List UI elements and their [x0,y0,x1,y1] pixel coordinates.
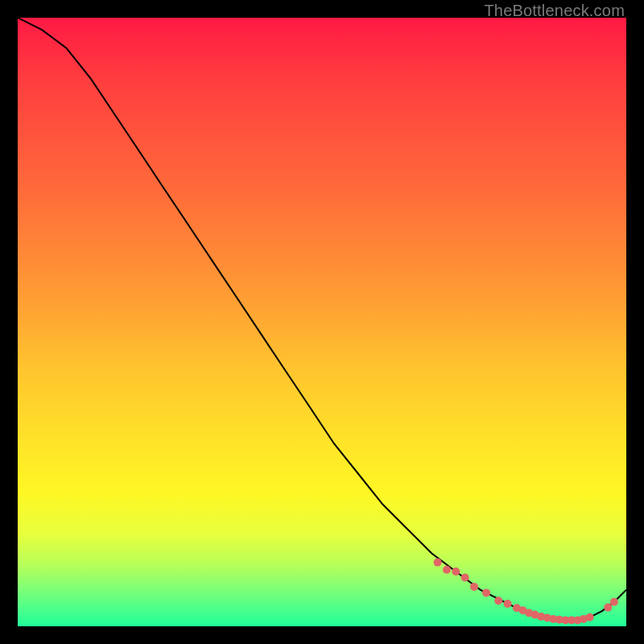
chart-frame: TheBottleneck.com [0,0,644,644]
chart-plot-area [18,18,626,626]
